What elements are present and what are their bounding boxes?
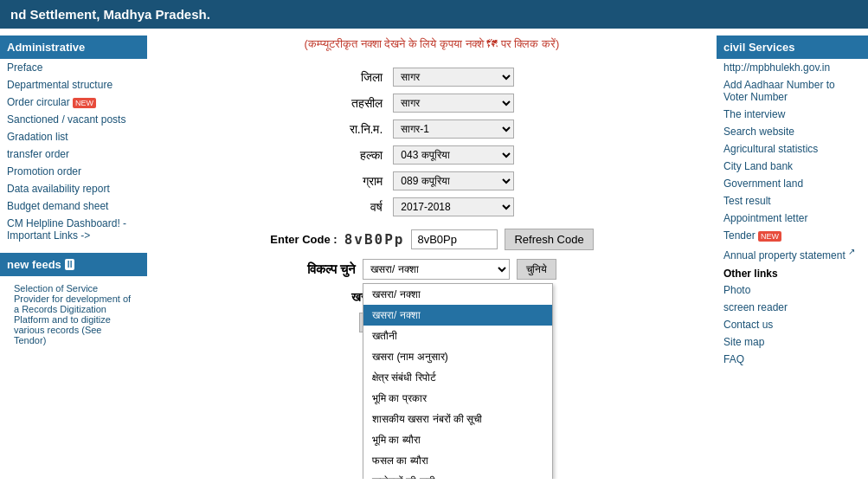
sidebar-right-search[interactable]: Search website	[717, 123, 868, 140]
vikalp-option-shaskeey[interactable]: शासकीय खसरा नंबरों की सूची	[363, 409, 552, 429]
civil-services-header: civil Services	[717, 35, 868, 59]
sidebar-item-order-circular[interactable]: Order circular NEW	[0, 94, 147, 111]
vikalp-label: विकल्प चुने	[307, 261, 356, 277]
sidebar-right-city-land[interactable]: City Land bank	[717, 158, 868, 175]
sidebar-item-transfer[interactable]: transfer order	[0, 145, 147, 163]
raninim-select[interactable]: सागर-1	[393, 119, 514, 139]
raninim-label: रा.नि.म.	[344, 116, 389, 142]
sidebar-item-sanctioned[interactable]: Sanctioned / vacant posts	[0, 111, 147, 128]
sidebar-right-appointment[interactable]: Appointment letter	[717, 210, 868, 227]
sidebar-item-dept[interactable]: Departmental structure	[0, 76, 147, 94]
captcha-label: Enter Code :	[270, 233, 337, 246]
new-feeds-label: new feeds	[7, 258, 61, 271]
vikalp-option-bhoomi-prakar[interactable]: भूमि का प्रकार	[363, 388, 552, 409]
vikalp-option-khateydar[interactable]: खातेदारों की सूची	[363, 471, 552, 479]
sidebar-item-promotion[interactable]: Promotion order	[0, 163, 147, 180]
jila-select[interactable]: सागर	[393, 68, 514, 87]
map-link-area: (कम्प्यूटरीकृत नक्शा देखने के लिये कृपया…	[164, 37, 699, 51]
vikalp-option-khasra-naksha-2[interactable]: खसरा/ नक्शा	[363, 305, 552, 326]
sidebar-item-preface[interactable]: Preface	[0, 59, 147, 76]
halka-select[interactable]: 043 कपूरिया	[393, 145, 514, 165]
map-icon: 🗺	[486, 37, 501, 50]
vikalp-option-bhoomi-byora[interactable]: भूमि का ब्यौरा	[363, 429, 552, 450]
top-bar: nd Settlement, Madhya Pradesh.	[0, 0, 868, 29]
new-badge-order: NEW	[73, 98, 96, 108]
sidebar-right-mpbhulekh[interactable]: http://mpbhulekh.gov.in	[717, 59, 868, 76]
other-links-divider: Other links	[717, 264, 868, 281]
vikalp-option-fasal[interactable]: फसल का ब्यौरा	[363, 450, 552, 471]
tehsil-select[interactable]: सागर	[393, 94, 514, 113]
refresh-code-button[interactable]: Refresh Code	[505, 229, 593, 250]
new-badge-tender: NEW	[758, 231, 781, 242]
map-link[interactable]: (कम्प्यूटरीकृत नक्शा देखने के लिये कृपया…	[305, 37, 560, 50]
sidebar-item-cm-helpline[interactable]: CM Helpline Dashboard! - Important Links…	[0, 215, 147, 244]
top-bar-title: nd Settlement, Madhya Pradesh.	[10, 7, 210, 22]
ext-icon: ↗	[848, 247, 855, 256]
vikalp-option-khatoni[interactable]: खतौनी	[363, 326, 552, 346]
vikalp-option-khasra-naam[interactable]: खसरा (नाम अनुसार)	[363, 346, 552, 367]
sidebar-right-aadhaar[interactable]: Add Aadhaar Number to Voter Number	[717, 76, 868, 106]
chuniye-button[interactable]: चुनिये	[517, 259, 556, 280]
sidebar-item-gradation[interactable]: Gradation list	[0, 128, 147, 145]
vikalp-option-kshetra[interactable]: क्षेत्र संबंधी रिपोर्ट	[363, 367, 552, 388]
captcha-row: Enter Code : 8vB0Pp Refresh Code	[164, 229, 699, 250]
sidebar-right-contact[interactable]: Contact us	[717, 316, 868, 333]
jila-label: जिला	[344, 64, 389, 90]
captcha-code-display: 8vB0Pp	[344, 231, 405, 248]
vikalp-option-khasra-naksha-1[interactable]: खसरा/ नक्शा	[363, 284, 552, 305]
pause-icon[interactable]: II	[65, 259, 75, 270]
main-content: (कम्प्यूटरीकृत नक्शा देखने के लिये कृपया…	[147, 29, 717, 479]
map-link-suffix: पर क्लिक करें)	[501, 37, 560, 50]
sidebar-right-annual[interactable]: Annual property statement ↗	[717, 244, 868, 264]
vikalp-dropdown-menu: खसरा/ नक्शा खसरा/ नक्शा खतौनी खसरा (नाम …	[363, 283, 553, 479]
sidebar-right-sitemap[interactable]: Site map	[717, 333, 868, 351]
vikalp-dropdown-container: खसरा/ नक्शा खसरा/ नक्शा खसरा/ नक्शा खतौन…	[363, 259, 510, 280]
sidebar-right-tender[interactable]: Tender NEW	[717, 227, 868, 244]
halka-label: हल्का	[344, 142, 389, 168]
varsh-select[interactable]: 2017-2018	[393, 197, 514, 216]
sidebar-right-govt-land[interactable]: Government land	[717, 175, 868, 192]
location-form: जिला सागर तहसील सागर रा.नि.म.	[344, 64, 520, 220]
sidebar-right-test-result[interactable]: Test result	[717, 192, 868, 210]
gram-select[interactable]: 089 कपूरिया	[393, 171, 514, 190]
admin-section-header: Administrative	[0, 35, 147, 59]
vikalp-row: विकल्प चुने खसरा/ नक्शा खसरा/ नक्शा खसरा…	[164, 259, 699, 280]
sidebar-item-budget[interactable]: Budget demand sheet	[0, 197, 147, 215]
varsh-label: वर्ष	[344, 194, 389, 220]
new-feeds-header: new feeds II	[0, 253, 147, 276]
sidebar-right-faq[interactable]: FAQ	[717, 351, 868, 368]
captcha-input[interactable]	[411, 229, 498, 249]
sidebar-right-interview[interactable]: The interview	[717, 106, 868, 123]
sidebar-right-agri[interactable]: Agricultural statistics	[717, 140, 868, 158]
vikalp-select[interactable]: खसरा/ नक्शा	[363, 259, 510, 280]
sidebar-right: civil Services http://mpbhulekh.gov.in A…	[717, 29, 868, 479]
map-link-text: (कम्प्यूटरीकृत नक्शा देखने के लिये कृपया…	[305, 37, 484, 50]
new-feeds-content: Selection of Service Provider for develo…	[0, 276, 147, 352]
sidebar-right-photo[interactable]: Photo	[717, 281, 868, 299]
tehsil-label: तहसील	[344, 90, 389, 116]
sidebar-left: Administrative Preface Departmental stru…	[0, 29, 147, 479]
sidebar-right-screen-reader[interactable]: screen reader	[717, 299, 868, 316]
sidebar-item-data-avail[interactable]: Data availability report	[0, 180, 147, 197]
gram-label: ग्राम	[344, 168, 389, 194]
new-feeds-link[interactable]: Selection of Service Provider for develo…	[7, 281, 140, 348]
